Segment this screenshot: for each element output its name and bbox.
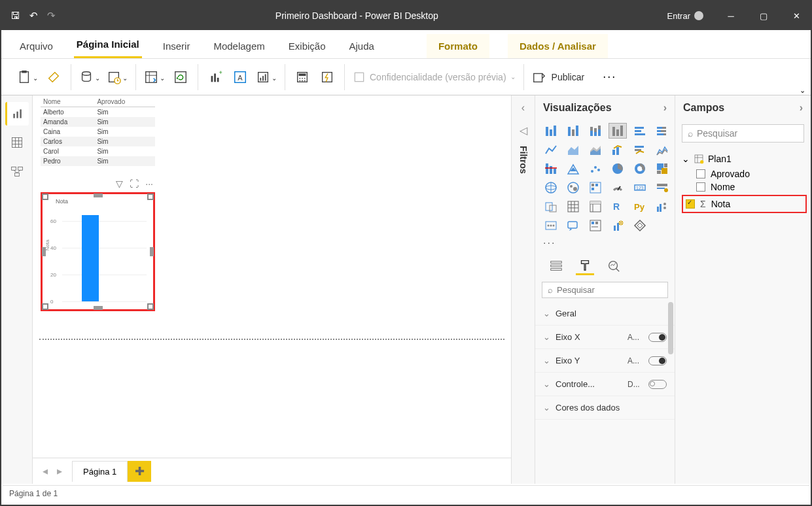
tab-exibicao[interactable]: Exibição (286, 34, 328, 58)
refresh-button[interactable] (171, 65, 190, 89)
viz-type-12[interactable] (542, 161, 560, 177)
close-button[interactable]: ✕ (782, 1, 811, 30)
viz-type-26[interactable] (586, 199, 605, 214)
maximize-button[interactable]: ▢ (749, 1, 778, 30)
collapse-visualizations-button[interactable]: › (663, 102, 667, 114)
checkbox[interactable] (696, 169, 705, 178)
checkbox[interactable] (686, 199, 695, 209)
focus-mode-icon[interactable]: ⛶ (130, 178, 139, 189)
viz-type-13[interactable] (564, 161, 582, 177)
viz-type-19[interactable] (564, 180, 582, 195)
paste-button[interactable] (17, 65, 38, 89)
viz-type-17[interactable] (653, 161, 671, 177)
tab-formato[interactable]: Formato (427, 34, 489, 58)
report-view-button[interactable] (5, 102, 29, 126)
field-aprovado[interactable]: Aprovado (682, 169, 804, 179)
format-search-input[interactable]: ⌕ Pesquisar (542, 282, 668, 298)
more-visuals-button[interactable]: ··· (535, 236, 675, 250)
viz-type-21[interactable] (609, 180, 627, 195)
viz-type-7[interactable] (564, 142, 582, 158)
viz-type-11[interactable] (653, 142, 671, 158)
format-group-cores-dos-dados[interactable]: ⌄Cores dos dados (535, 396, 675, 420)
format-tab[interactable] (576, 257, 594, 275)
viz-type-2[interactable] (586, 123, 605, 139)
collapse-fields-button[interactable]: › (800, 102, 803, 114)
get-data-button[interactable] (79, 65, 100, 89)
model-view-button[interactable] (5, 160, 29, 183)
text-box-button[interactable]: A (231, 65, 249, 89)
transform-data-button[interactable] (144, 65, 165, 89)
signin-button[interactable]: Entrar (658, 11, 713, 21)
viz-type-25[interactable] (564, 199, 582, 214)
toggle[interactable] (648, 380, 667, 389)
fields-table-node[interactable]: ⌄ Plan1 (682, 152, 804, 166)
viz-type-22[interactable]: 123 (631, 180, 649, 195)
table-row[interactable]: CarolSim (41, 146, 155, 156)
viz-type-33[interactable] (609, 218, 627, 233)
chart-bar[interactable] (82, 215, 99, 301)
field-nome[interactable]: Nome (682, 182, 804, 192)
viz-type-31[interactable] (564, 218, 582, 233)
table-row[interactable]: PedroSim (41, 156, 155, 166)
redo-icon[interactable]: ↷ (47, 10, 56, 22)
add-page-button[interactable]: ✚ (128, 461, 151, 482)
more-visuals-button[interactable] (256, 65, 277, 89)
viz-type-28[interactable]: Py (631, 199, 649, 214)
viz-type-6[interactable] (542, 142, 560, 158)
chart-visual-selected[interactable]: ▽ ⛶ ··· Nota Nota 0204060 (41, 192, 155, 311)
table-row[interactable]: CarlosSim (41, 137, 155, 146)
viz-type-10[interactable] (631, 142, 649, 158)
viz-type-29[interactable] (653, 199, 671, 214)
recent-sources-button[interactable] (107, 65, 128, 89)
page-next-button[interactable]: ▸ (52, 465, 67, 477)
expand-filters-button[interactable]: ‹ (512, 95, 535, 120)
tab-arquivo[interactable]: Arquivo (17, 34, 56, 58)
scrollbar[interactable] (668, 302, 673, 484)
checkbox[interactable] (696, 182, 705, 192)
viz-type-15[interactable] (609, 161, 627, 177)
format-painter-button[interactable] (44, 65, 63, 89)
toolbar-overflow-button[interactable]: ··· (592, 70, 627, 84)
table-visual[interactable]: Nome Aprovado AlbertoSimAmandaSimCainaSi… (41, 97, 155, 166)
data-view-button[interactable] (5, 131, 29, 154)
viz-type-16[interactable] (631, 161, 649, 177)
viz-type-34[interactable] (631, 218, 649, 233)
toolbar-expand-button[interactable]: ⌄ (800, 86, 805, 95)
report-canvas[interactable]: Nome Aprovado AlbertoSimAmandaSimCainaSi… (33, 95, 511, 484)
format-group-eixo-y[interactable]: ⌄Eixo YA... (535, 349, 675, 373)
viz-type-20[interactable] (586, 180, 605, 195)
minimize-button[interactable]: ─ (716, 1, 745, 30)
viz-type-8[interactable] (586, 142, 605, 158)
analytics-tab[interactable] (605, 257, 623, 275)
tab-ajuda[interactable]: Ajuda (347, 34, 377, 58)
viz-type-14[interactable] (586, 161, 605, 177)
fields-search-input[interactable]: ⌕ Pesquisar (682, 124, 804, 143)
viz-type-5[interactable] (653, 123, 671, 139)
more-options-icon[interactable]: ··· (145, 178, 153, 189)
format-group-controle-[interactable]: ⌄Controle...D... (535, 373, 675, 396)
fields-tab[interactable] (547, 257, 565, 275)
viz-type-24[interactable] (542, 199, 560, 214)
new-visual-button[interactable]: + (206, 65, 224, 89)
toggle[interactable] (648, 333, 667, 342)
table-row[interactable]: CainaSim (41, 127, 155, 137)
format-group-eixo-x[interactable]: ⌄Eixo XA... (535, 326, 675, 349)
viz-type-18[interactable] (542, 180, 560, 195)
viz-type-23[interactable] (653, 180, 671, 195)
filter-icon[interactable]: ▽ (116, 178, 123, 189)
viz-type-3[interactable] (609, 123, 627, 139)
table-row[interactable]: AlbertoSim (41, 107, 155, 118)
page-tab[interactable]: Página 1 (72, 461, 128, 482)
tab-pagina-inicial[interactable]: Página Inicial (74, 32, 142, 58)
format-group-geral[interactable]: ⌄Geral (535, 302, 675, 326)
viz-type-9[interactable] (609, 142, 627, 158)
save-icon[interactable]: 🖫 (10, 10, 20, 22)
viz-type-32[interactable] (586, 218, 605, 233)
page-prev-button[interactable]: ◂ (38, 465, 52, 477)
table-row[interactable]: AmandaSim (41, 117, 155, 127)
viz-type-27[interactable]: R (609, 199, 627, 214)
viz-type-4[interactable] (631, 123, 649, 139)
tab-inserir[interactable]: Inserir (160, 34, 193, 58)
publish-button[interactable]: Publicar (532, 70, 585, 84)
tab-modelagem[interactable]: Modelagem (211, 34, 267, 58)
